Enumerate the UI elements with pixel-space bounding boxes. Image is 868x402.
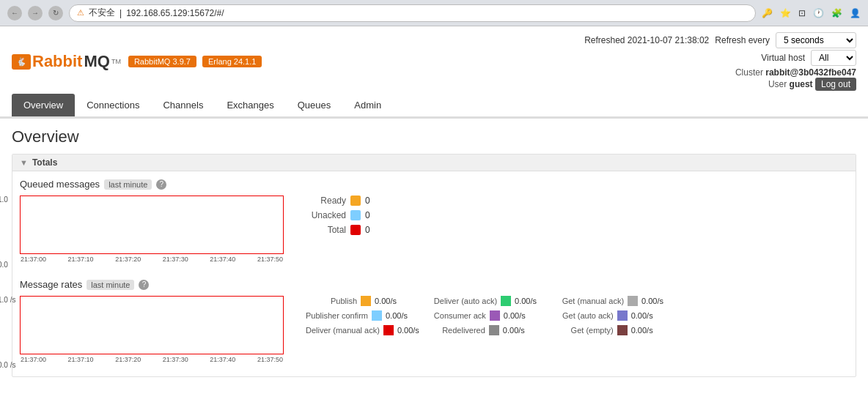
nav-item-queues[interactable]: Queues: [286, 94, 343, 116]
cluster-label: Cluster: [735, 67, 763, 78]
logout-button[interactable]: Log out: [815, 78, 856, 91]
reload-button[interactable]: ↻: [48, 6, 63, 21]
rate-get-manual: Get (manual ack) 0.00/s: [562, 296, 676, 306]
rate-deliver-auto: Deliver (auto ack) 0.00/s: [434, 296, 548, 306]
queued-messages-chart-area: 1.0 0.0 21:37:00 21:37:10 21:37:20 21:37…: [20, 196, 848, 269]
nav-item-overview[interactable]: Overview: [12, 94, 75, 116]
queued-messages-legend: Ready 0 Unacked 0 Total 0: [306, 196, 370, 235]
queued-messages-help-icon[interactable]: ?: [156, 179, 166, 190]
rate-deliver-auto-color: [501, 296, 511, 306]
cluster-row: Cluster rabbit@3b0432fbe047: [584, 67, 856, 78]
back-button[interactable]: ←: [7, 6, 22, 21]
rate-deliver-auto-value: 0.00/s: [515, 297, 537, 305]
rate-deliver-manual: Deliver (manual ack) 0.00/s: [306, 325, 419, 335]
window-icon[interactable]: ⊡: [798, 8, 806, 18]
nav-item-exchanges[interactable]: Exchanges: [215, 94, 285, 116]
erlang-version: Erlang 24.1.1: [202, 56, 262, 67]
rate-publish-value: 0.00/s: [375, 297, 397, 305]
url-bar[interactable]: ⚠ 不安全 | 192.168.65.129:15672/#/: [69, 4, 756, 22]
rate-consumer-ack-color: [490, 310, 500, 321]
rates-chart-x-labels: 21:37:00 21:37:10 21:37:20 21:37:30 21:3…: [20, 356, 284, 363]
legend-total: Total 0: [306, 225, 370, 235]
rates-chart-y-max: 1.0 /s: [0, 296, 15, 304]
legend-ready-color: [350, 196, 361, 206]
vhost-select[interactable]: All /: [811, 50, 856, 66]
legend-unacked-value: 0: [365, 210, 370, 220]
message-rates-title: Message rates: [20, 279, 82, 290]
x-label-3: 21:37:30: [163, 256, 188, 263]
refresh-select[interactable]: 5 seconds No refresh 10 seconds 30 secon…: [776, 32, 856, 48]
user-row: User guest Log out: [584, 78, 856, 91]
forward-button[interactable]: →: [28, 6, 43, 21]
logo-area: 🐇 Rabbit MQ TM RabbitMQ 3.9.7 Erlang 24.…: [12, 52, 262, 71]
message-rates-legend: Publish 0.00/s Deliver (auto ack) 0.00/s…: [306, 296, 676, 335]
totals-section: ▼ Totals Queued messages last minute ? 1…: [12, 154, 856, 377]
totals-section-body: Queued messages last minute ? 1.0 0.0 21…: [12, 171, 856, 376]
security-warning: ⚠: [77, 8, 84, 18]
legend-ready-value: 0: [365, 196, 370, 206]
nav-item-connections[interactable]: Connections: [75, 94, 151, 116]
rates-x-label-3: 21:37:30: [163, 356, 188, 363]
legend-total-label: Total: [306, 225, 346, 235]
queued-messages-chart: [20, 196, 284, 254]
user-name: guest: [790, 79, 813, 89]
rate-get-auto-value: 0.00/s: [631, 311, 653, 320]
rate-redelivered: Redelivered 0.00/s: [434, 325, 548, 335]
rate-publish: Publish 0.00/s: [306, 296, 419, 306]
nav-item-channels[interactable]: Channels: [151, 94, 215, 116]
chart-y-max: 1.0: [0, 196, 8, 204]
key-icon[interactable]: 🔑: [762, 8, 773, 18]
x-label-4: 21:37:40: [210, 256, 235, 263]
profile-icon[interactable]: 👤: [850, 8, 861, 18]
rate-publisher-confirm: Publisher confirm 0.00/s: [306, 310, 419, 321]
legend-unacked-label: Unacked: [306, 210, 346, 220]
chart-x-labels: 21:37:00 21:37:10 21:37:20 21:37:30 21:3…: [20, 256, 284, 263]
queued-messages-title: Queued messages: [20, 179, 100, 190]
message-rates-badge[interactable]: last minute: [87, 280, 134, 290]
rate-publisher-confirm-value: 0.00/s: [386, 311, 408, 320]
logo-mq: MQ: [84, 52, 109, 71]
totals-arrow-icon: ▼: [20, 158, 28, 167]
message-rates-section: Message rates last minute ? 1.0 /s 0.0 /…: [20, 279, 848, 369]
queued-messages-badge[interactable]: last minute: [104, 179, 152, 190]
legend-total-value: 0: [365, 225, 370, 235]
rates-x-label-0: 21:37:00: [21, 356, 46, 363]
totals-section-header[interactable]: ▼ Totals: [12, 155, 856, 171]
logo-icon-box: 🐇: [12, 54, 31, 70]
rate-publisher-confirm-color: [372, 310, 382, 321]
url-separator: |: [119, 8, 122, 18]
browser-chrome: ← → ↻ ⚠ 不安全 | 192.168.65.129:15672/#/ 🔑 …: [0, 0, 868, 26]
queued-messages-chart-container: 1.0 0.0 21:37:00 21:37:10 21:37:20 21:37…: [20, 196, 284, 269]
logo-tm: TM: [111, 58, 121, 65]
logo-rabbit: Rabbit: [32, 52, 82, 71]
bookmark-icon[interactable]: ⭐: [780, 8, 791, 18]
rate-get-manual-color: [628, 296, 638, 306]
rate-get-auto-color: [617, 310, 628, 321]
queued-messages-label-row: Queued messages last minute ?: [20, 179, 848, 190]
refreshed-text: Refreshed 2021-10-07 21:38:02: [584, 35, 709, 45]
x-label-5: 21:37:50: [257, 256, 283, 263]
rate-get-empty-label: Get (empty): [562, 326, 614, 335]
rate-get-manual-value: 0.00/s: [641, 297, 663, 305]
legend-ready-label: Ready: [306, 196, 346, 206]
url-text: 192.168.65.129:15672/#/: [126, 8, 224, 18]
rate-get-empty-value: 0.00/s: [631, 326, 653, 335]
legend-unacked-color: [350, 210, 361, 220]
message-rates-label-row: Message rates last minute ?: [20, 279, 848, 290]
legend-unacked: Unacked 0: [306, 210, 370, 220]
refresh-row: Refreshed 2021-10-07 21:38:02 Refresh ev…: [584, 32, 856, 48]
clock-icon[interactable]: 🕐: [813, 8, 824, 18]
nav-item-admin[interactable]: Admin: [342, 94, 393, 116]
legend-ready: Ready 0: [306, 196, 370, 206]
rate-deliver-manual-value: 0.00/s: [397, 326, 419, 335]
rates-chart-y-min: 0.0 /s: [0, 361, 15, 369]
rate-publish-label: Publish: [306, 297, 357, 305]
totals-section-title: Totals: [32, 157, 57, 168]
rate-redelivered-label: Redelivered: [434, 326, 485, 335]
chart-y-min: 0.0: [0, 261, 8, 269]
message-rates-help-icon[interactable]: ?: [139, 280, 149, 290]
rate-consumer-ack-value: 0.00/s: [504, 311, 526, 320]
extension-icon[interactable]: 🧩: [831, 8, 842, 18]
page-title: Overview: [12, 127, 856, 146]
message-rates-chart-container: 1.0 /s 0.0 /s 21:37:00 21:37:10 21:37:20…: [20, 296, 284, 369]
